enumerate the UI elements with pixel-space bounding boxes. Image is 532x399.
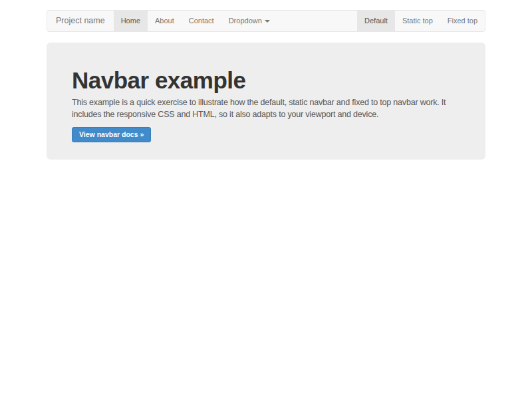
intro-text-line-1: This example is a quick exercise to illu… bbox=[72, 96, 460, 108]
caret-down-icon bbox=[265, 20, 270, 23]
nav-item-static-top[interactable]: Static top bbox=[395, 11, 440, 31]
intro-text: This example is a quick exercise to illu… bbox=[72, 96, 460, 120]
nav-item-default[interactable]: Default bbox=[357, 11, 395, 31]
navbar-left-nav: Home About Contact Dropdown bbox=[114, 11, 277, 31]
page-container: Project name Home About Contact Dropdown… bbox=[47, 10, 485, 160]
jumbotron: Navbar example This example is a quick e… bbox=[47, 43, 485, 160]
nav-item-dropdown[interactable]: Dropdown bbox=[221, 11, 277, 31]
navbar-right-nav: Default Static top Fixed top bbox=[357, 11, 485, 31]
page-title: Navbar example bbox=[72, 68, 460, 94]
intro-text-line-2: includes the responsive CSS and HTML, so… bbox=[72, 108, 460, 120]
navbar: Project name Home About Contact Dropdown… bbox=[47, 10, 485, 32]
view-navbar-docs-button[interactable]: View navbar docs » bbox=[72, 127, 151, 142]
nav-item-fixed-top[interactable]: Fixed top bbox=[440, 11, 485, 31]
nav-item-about[interactable]: About bbox=[148, 11, 182, 31]
nav-item-dropdown-label: Dropdown bbox=[229, 17, 262, 25]
navbar-brand[interactable]: Project name bbox=[47, 11, 114, 31]
nav-item-contact[interactable]: Contact bbox=[182, 11, 221, 31]
nav-item-home[interactable]: Home bbox=[114, 11, 148, 31]
